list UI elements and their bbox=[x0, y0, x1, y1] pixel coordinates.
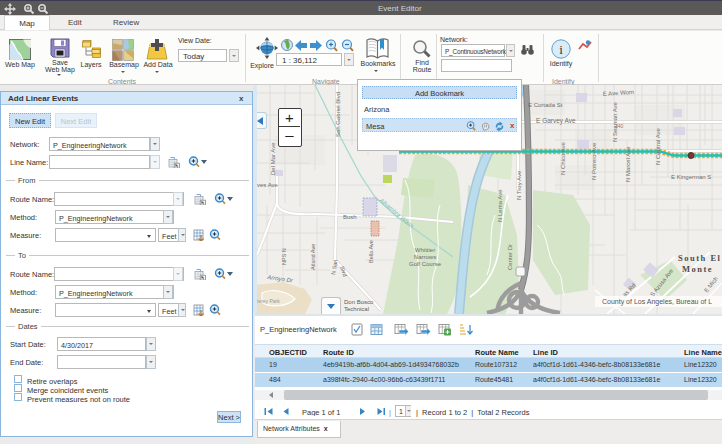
svg-text:ves Ave: ves Ave bbox=[257, 182, 279, 188]
svg-text:Bush: Bush bbox=[343, 214, 357, 220]
svg-text:N Central Ave: N Central Ave bbox=[655, 127, 661, 165]
svg-text:Monte: Monte bbox=[682, 264, 713, 274]
svg-text:N Seaman Ave: N Seaman Ave bbox=[612, 101, 618, 142]
svg-text:Del Mar Ave: Del Mar Ave bbox=[270, 142, 276, 175]
svg-text:Bella Ave: Bella Ave bbox=[368, 240, 374, 263]
svg-text:E Kingerman S: E Kingerman S bbox=[671, 174, 711, 180]
svg-text:N Marcel Ave: N Marcel Ave bbox=[625, 146, 631, 182]
svg-text:N Potrero Ave: N Potrero Ave bbox=[591, 142, 597, 180]
svg-text:Narrows: Narrows bbox=[414, 254, 436, 260]
svg-text:N Chico Ave: N Chico Ave bbox=[560, 141, 566, 175]
svg-text:N Troy Ave: N Troy Ave bbox=[516, 170, 522, 200]
svg-text:NPS N: NPS N bbox=[281, 248, 287, 265]
svg-text:Golf Course: Golf Course bbox=[409, 261, 442, 267]
svg-text:Center Dr: Center Dr bbox=[507, 244, 513, 270]
svg-text:i: i bbox=[559, 42, 563, 57]
svg-text:Whittier: Whittier bbox=[415, 247, 435, 253]
svg-text:San Gabriel Blvd: San Gabriel Blvd bbox=[335, 92, 341, 137]
svg-text:E Garvey Ave: E Garvey Ave bbox=[536, 117, 576, 125]
svg-text:Page 1 of 1: Page 1 of 1 bbox=[302, 408, 340, 417]
svg-text:County of Los Angeles, Bureau: County of Los Angeles, Bureau of L bbox=[602, 298, 712, 306]
svg-text:South El: South El bbox=[678, 253, 721, 263]
svg-text:terey Park: terey Park bbox=[257, 298, 280, 304]
svg-text:Atland Ave: Atland Ave bbox=[310, 244, 316, 270]
svg-text:E Cortada St: E Cortada St bbox=[528, 102, 563, 108]
svg-text:N Lema Ave: N Lema Ave bbox=[497, 189, 503, 222]
